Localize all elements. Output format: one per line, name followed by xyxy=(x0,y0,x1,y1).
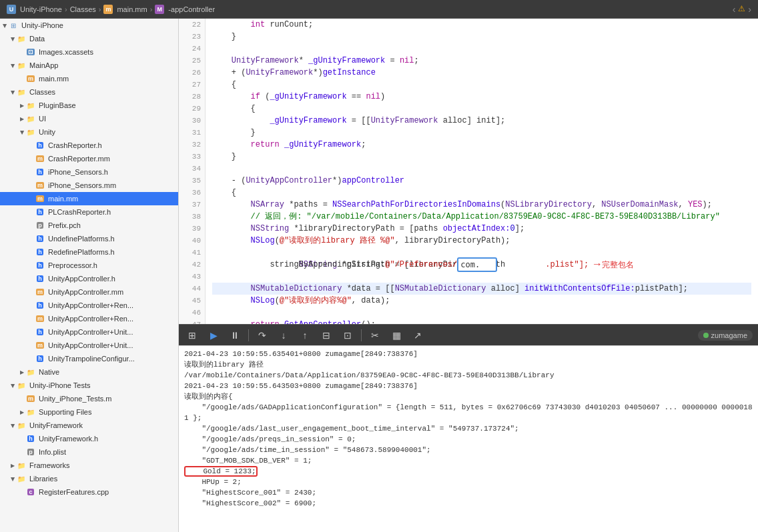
sidebar-item-uac-unit-h[interactable]: ▶ h UnityAppController+Unit... xyxy=(0,325,178,339)
sidebar-label: Preprocessor.h xyxy=(48,261,97,269)
triangle-icon: ▶ xyxy=(10,477,16,481)
code-content: int runCount; } UnityFramework* _gUnityF… xyxy=(206,19,758,324)
sidebar-item-unityappcontroller-mm[interactable]: ▶ m UnityAppController.mm xyxy=(0,285,178,299)
sidebar-label: RegisterFeatures.cpp xyxy=(39,488,109,496)
sidebar-label: MainApp xyxy=(29,61,58,69)
share-button[interactable]: ↗ xyxy=(410,327,426,343)
sidebar-item-registerfeatures[interactable]: ▶ c RegisterFeatures.cpp xyxy=(0,485,178,499)
code-line-23: } xyxy=(212,31,751,43)
file-m-icon: m xyxy=(35,287,45,297)
sidebar-label: UnityAppController+Ren... xyxy=(48,315,133,323)
console-line-10: "GDT_MOB_SDK_DB_VER" = 1; xyxy=(184,455,753,466)
console-toggle-button[interactable]: ⊞ xyxy=(184,327,200,343)
sidebar-item-unityappcontroller-h[interactable]: ▶ h UnityAppController.h xyxy=(0,272,178,285)
sidebar-item-prefix-pch[interactable]: ▶ p Prefix.pch xyxy=(0,219,178,232)
folder-icon: 📁 xyxy=(16,60,27,71)
file-m-icon: m xyxy=(35,340,45,351)
sidebar-label: Unity-iPhone xyxy=(21,21,63,29)
console-line-9: "/google/ads/time_in_session" = "548673.… xyxy=(184,445,753,455)
breakpoint-button[interactable]: ⊟ xyxy=(318,327,334,343)
warning-icon: ⚠ xyxy=(738,4,745,15)
code-editor[interactable]: 22 23 24 25 26 27 28 29 30 31 32 33 34 3… xyxy=(179,19,758,324)
triangle-icon: ▶ xyxy=(10,423,16,427)
sidebar-item-info-plist[interactable]: ▶ p Info.plist xyxy=(0,445,178,459)
sidebar-item-tests-m[interactable]: ▶ m Unity_iPhone_Tests.m xyxy=(0,392,178,405)
sidebar-item-uac-ren-h[interactable]: ▶ h UnityAppController+Ren... xyxy=(0,299,178,312)
sidebar-item-iphone-sensors-mm[interactable]: ▶ m iPhone_Sensors.mm xyxy=(0,179,178,192)
folder-icon: 📁 xyxy=(16,420,27,431)
code-line-36: { xyxy=(212,187,751,199)
sidebar-item-mainapp[interactable]: ▶ 📁 MainApp xyxy=(0,59,178,72)
step-out-button[interactable]: ↑ xyxy=(297,327,313,343)
sidebar-item-libraries[interactable]: ▶ 📁 Libraries xyxy=(0,472,178,485)
grid-button[interactable]: ▦ xyxy=(388,327,404,343)
code-line-28: if (_gUnityFramework == nil) xyxy=(212,91,751,103)
sidebar-label: UI xyxy=(39,115,46,123)
sidebar-item-undefineplatforms[interactable]: ▶ h UndefinePlatforms.h xyxy=(0,232,178,245)
sidebar-item-unity[interactable]: ▶ 📁 Unity xyxy=(0,125,178,139)
debug-toolbar: ⊞ ▶ ⏸ ↷ ↓ ↑ ⊟ ⊡ ✂ ▦ ↗ zumagame xyxy=(179,324,758,345)
code-line-37: NSArray *paths = NSSearchPathForDirector… xyxy=(212,199,751,211)
sidebar-item-iphone-sensors-h[interactable]: ▶ h iPhone_Sensors.h xyxy=(0,165,178,179)
sidebar-item-unityframework-h[interactable]: ▶ h UnityFramework.h xyxy=(0,432,178,445)
step-over-button[interactable]: ↷ xyxy=(254,327,270,343)
code-line-30: _gUnityFramework = [[UnityFramework allo… xyxy=(212,115,751,127)
sidebar-item-uac-unit-mm[interactable]: ▶ m UnityAppController+Unit... xyxy=(0,339,178,352)
triangle-icon: ▶ xyxy=(20,116,24,122)
breadcrumb: U Unity-iPhone › Classes › m main.mm › M… xyxy=(7,5,215,14)
sidebar-item-preprocessor[interactable]: ▶ h Preprocessor.h xyxy=(0,259,178,272)
pause-button[interactable]: ⏸ xyxy=(227,327,243,343)
sidebar-item-crashreporter-mm[interactable]: ▶ m CrashReporter.mm xyxy=(0,152,178,165)
step-into-button[interactable]: ↓ xyxy=(276,327,292,343)
file-h-icon: h xyxy=(35,300,45,311)
nav-right[interactable]: › xyxy=(748,4,751,15)
sidebar-label: UnityAppController+Unit... xyxy=(48,341,133,349)
file-cpp-icon: c xyxy=(25,487,36,497)
xcassets-icon: ⊡ xyxy=(25,47,36,57)
code-line-46: return GetAppController(); xyxy=(212,319,751,324)
nav-arrows: ‹ ⚠ › xyxy=(733,4,751,15)
console-line-7: "/google/ads/last_user_engagement_boot_t… xyxy=(184,423,753,434)
sidebar-label: RedefinePlatforms.h xyxy=(48,248,115,256)
nav-left[interactable]: ‹ xyxy=(733,4,736,15)
file-h-icon: h xyxy=(35,233,45,244)
console-line-8: "/google/ads/preqs_in_session" = 0; xyxy=(184,434,753,445)
sidebar-item-crashreporter-h[interactable]: ▶ h CrashReporter.h xyxy=(0,139,178,152)
sidebar-item-images[interactable]: ▶ ⊡ Images.xcassets xyxy=(0,45,178,59)
sidebar-label: Libraries xyxy=(29,475,57,483)
code-line-32: return _gUnityFramework; xyxy=(212,139,751,151)
console-line-highscore2: "HighestScore_002" = 6900; xyxy=(184,498,753,509)
breadcrumb-method-icon: M xyxy=(155,5,164,14)
sidebar-item-ui[interactable]: ▶ 📁 UI xyxy=(0,112,178,125)
code-line-38: // 返回，例: "/var/mobile/Containers/Data/Ap… xyxy=(212,211,751,223)
sidebar-label: CrashReporter.mm xyxy=(48,155,110,163)
console-line-hpup: HPUp = 2; xyxy=(184,477,753,487)
folder-icon: 📁 xyxy=(16,460,27,471)
sidebar-item-main-mm-selected[interactable]: ▶ m main.mm xyxy=(0,192,178,205)
run-button[interactable]: ▶ xyxy=(206,327,222,343)
sidebar-item-main-mm-mainapp[interactable]: ▶ m main.mm xyxy=(0,72,178,85)
sidebar-item-uac-ren-mm[interactable]: ▶ m UnityAppController+Ren... xyxy=(0,312,178,325)
sidebar-item-root[interactable]: ▶ ⊞ Unity-iPhone xyxy=(0,19,178,32)
sidebar-item-data[interactable]: ▶ 📁 Data xyxy=(0,32,178,45)
console-output[interactable]: 2021-04-23 10:59:55.635401+0800 zumagame… xyxy=(179,345,758,532)
code-line-29: { xyxy=(212,103,751,115)
sidebar-item-classes[interactable]: ▶ 📁 Classes xyxy=(0,85,178,99)
view-debug-button[interactable]: ⊡ xyxy=(340,327,356,343)
sidebar-item-plcrashreporter-h[interactable]: ▶ h PLCrashReporter.h xyxy=(0,205,178,219)
plist-path-input[interactable]: com. xyxy=(457,257,497,272)
scissors-button[interactable]: ✂ xyxy=(367,327,383,343)
file-h-icon: h xyxy=(35,273,45,284)
sidebar-item-supporting-files[interactable]: ▶ 📁 Supporting Files xyxy=(0,405,178,419)
sidebar-item-unitytrampoline[interactable]: ▶ h UnityTrampolineConfigur... xyxy=(0,352,178,365)
sidebar-item-native[interactable]: ▶ 📁 Native xyxy=(0,365,178,379)
sidebar-item-redefineplatforms[interactable]: ▶ h RedefinePlatforms.h xyxy=(0,245,178,259)
sidebar-label: iPhone_Sensors.h xyxy=(48,168,108,176)
sidebar-item-frameworks[interactable]: ▶ 📁 Frameworks xyxy=(0,459,178,472)
sidebar-item-tests[interactable]: ▶ 📁 Unity-iPhone Tests xyxy=(0,379,178,392)
sidebar-item-unityframework[interactable]: ▶ 📁 UnityFramework xyxy=(0,419,178,432)
sidebar-label: Images.xcassets xyxy=(39,48,93,56)
sidebar-item-pluginbase[interactable]: ▶ 📁 PluginBase xyxy=(0,99,178,112)
code-line-26: + (UnityFramework*)getInstance xyxy=(212,67,751,79)
folder-icon: 📁 xyxy=(25,100,36,111)
